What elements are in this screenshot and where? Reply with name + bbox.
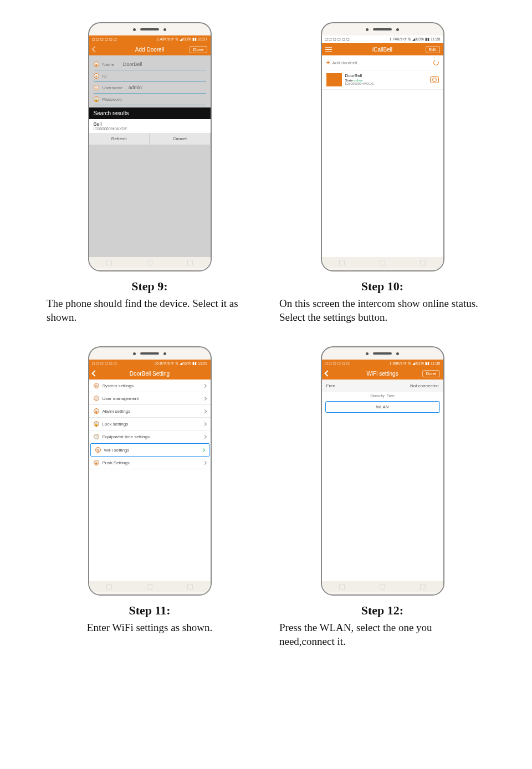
step-11-block: ◻ ◻ ◻ ◻ ◻ ◻ 35.07K/s ⟳ ⇅ ◢ 82% ▮▮ 11:29 … [44,346,255,648]
refresh-button[interactable]: Refresh [89,133,150,145]
status-right: 2.40K/s ⟳ ⇅ ◢ 83% ▮▮ 11:27 [157,37,208,42]
cancel-button[interactable]: Cancel [150,133,211,145]
username-value: admin [128,85,142,90]
device-row[interactable]: DoorBell State:online ICB000009HWXDE [322,70,443,90]
device-name: DoorBell [345,74,374,79]
alarm-settings-row[interactable]: ◉Alarm settings [89,405,211,418]
title-bar: WiFi settings Done [322,367,443,380]
refresh-icon[interactable] [432,59,439,66]
device-list-body: + Add doorbell DoorBell State:online I [322,55,443,257]
security-row: Security: Free [322,392,443,399]
settings-icon[interactable] [430,76,439,83]
system-settings-row[interactable]: ⚙System settings [89,380,211,392]
phone-frame: ◻ ◻ ◻ ◻ ◻ ◻ 35.07K/s ⟳ ⇅ ◢ 82% ▮▮ 11:29 … [88,346,212,596]
result-name: Bell [94,121,206,127]
hamburger-icon[interactable] [325,47,332,52]
user-management-row[interactable]: ☺User management [89,392,211,405]
status-left: ◻ ◻ ◻ ◻ ◻ ◻ [92,361,117,366]
search-action-row: Refresh Cancel [89,133,211,145]
phone-frame: ◻ ◻ ◻ ◻ ◻ ◻ 2.40K/s ⟳ ⇅ ◢ 83% ▮▮ 11:27 A… [88,22,212,271]
back-icon[interactable] [91,46,98,52]
caption: Step 10: On this screen the intercom sho… [277,279,488,324]
speaker-row [322,23,443,35]
equipment-time-row[interactable]: 🕒Equipment time settings [89,430,211,443]
step-10-block: ◻ ◻ ◻ ◻ ◻ ◻ 1.74K/s ⟳ ⇅ ◢ 83% ▮▮ 11:28 i… [277,22,488,324]
screen: ◻ ◻ ◻ ◻ ◻ ◻ 2.40K/s ⟳ ⇅ ◢ 83% ▮▮ 11:27 A… [89,35,211,257]
status-right: 1.74K/s ⟳ ⇅ ◢ 83% ▮▮ 11:28 [390,37,441,42]
setting-label: Equipment time settings [103,434,150,439]
password-input-row[interactable]: 🔒 Password [94,94,206,105]
status-bar: ◻ ◻ ◻ ◻ ◻ ◻ 35.07K/s ⟳ ⇅ ◢ 82% ▮▮ 11:29 [89,360,211,367]
status-bar: ◻ ◻ ◻ ◻ ◻ ◻ 2.40K/s ⟳ ⇅ ◢ 83% ▮▮ 11:27 [89,35,211,43]
done-button[interactable]: Done [422,370,439,377]
name-input-row[interactable]: ◉ Name DoorBell [94,59,206,70]
title-bar: DoorBell Setting [89,367,211,380]
settings-list: ⚙System settings ☺User management ◉Alarm… [89,380,211,581]
device-thumbnail [326,73,342,86]
screen: ◻ ◻ ◻ ◻ ◻ ◻ 1.68K/s ⟳ ⇅ ◢ 81% ▮▮ 11:30 W… [322,360,443,581]
caption: Step 12: Press the WLAN, select the one … [277,603,488,648]
android-nav-bar [322,581,443,592]
search-result-item[interactable]: Bell ICB000009HWXDE [89,119,211,133]
chevron-right-icon [202,422,206,426]
step-description: Enter WiFi settings as shown. [44,621,255,635]
screen-title: iCallBell [322,47,443,53]
id-icon: ★ [94,73,99,79]
speaker-row [89,23,211,35]
done-button[interactable]: Done [190,46,207,53]
wlan-button[interactable]: WLAN [325,401,440,413]
wifi-settings-row[interactable]: ⇅WiFi settings [90,443,209,457]
back-icon[interactable] [324,371,330,377]
password-label: Password [103,97,122,102]
name-value: DoorBell [123,61,142,67]
step-description: Press the WLAN, select the one you need,… [277,621,488,648]
username-label: Username [103,85,123,90]
status-right: 1.68K/s ⟳ ⇅ ◢ 81% ▮▮ 11:30 [390,361,441,366]
step-12-block: ◻ ◻ ◻ ◻ ◻ ◻ 1.68K/s ⟳ ⇅ ◢ 81% ▮▮ 11:30 W… [277,346,488,648]
user-icon: ☺ [94,396,99,401]
title-bar: iCallBell Edit [322,43,443,55]
caption: Step 11: Enter WiFi settings as shown. [44,603,255,635]
username-input-row[interactable]: ☺ Username admin [94,82,206,94]
bell-icon: ◉ [94,460,99,465]
status-left: ◻ ◻ ◻ ◻ ◻ ◻ [325,37,350,42]
network-status: Not connected [410,383,439,388]
push-settings-row[interactable]: ◉Push Settings [89,457,211,469]
lock-icon: 🔒 [94,421,99,427]
id-input-row[interactable]: ★ ID [94,70,206,82]
user-icon: ☺ [94,85,99,90]
back-icon[interactable] [91,371,98,377]
screen: ◻ ◻ ◻ ◻ ◻ ◻ 35.07K/s ⟳ ⇅ ◢ 82% ▮▮ 11:29 … [89,360,211,581]
clock-icon: 🕒 [94,434,99,439]
state-value: online [354,79,362,82]
search-results-header: Search results [89,107,211,119]
edit-button[interactable]: Edit [426,46,440,53]
network-name: Free [326,383,335,388]
lock-icon: 🔒 [94,96,99,102]
add-doorbell-row[interactable]: + Add doorbell [322,55,443,70]
state-label: State: [345,79,354,82]
step-title: Step 9: [44,279,255,294]
lock-settings-row[interactable]: 🔒Lock settings [89,418,211,430]
step-title: Step 10: [277,279,488,294]
chevron-right-icon [202,461,206,465]
id-label: ID [103,74,107,79]
step-9-block: ◻ ◻ ◻ ◻ ◻ ◻ 2.40K/s ⟳ ⇅ ◢ 83% ▮▮ 11:27 A… [44,22,255,324]
title-bar: Add Doorell Done [89,43,211,55]
step-title: Step 12: [277,603,488,618]
setting-label: User management [103,396,139,401]
status-bar: ◻ ◻ ◻ ◻ ◻ ◻ 1.74K/s ⟳ ⇅ ◢ 83% ▮▮ 11:28 [322,35,443,43]
result-id: ICB000009HWXDE [94,127,206,131]
android-nav-bar [89,257,211,268]
android-nav-bar [322,257,443,268]
caption: Step 9: The phone should find the device… [44,279,255,324]
device-id: ICB000009HWXDE [345,82,374,86]
wifi-body: Free Not connected Security: Free WLAN [322,380,443,581]
current-network-row[interactable]: Free Not connected [322,380,443,392]
step-description: On this screen the intercom show online … [277,297,488,324]
add-doorbell-form: ◉ Name DoorBell ★ ID ☺ Username admin [89,55,211,145]
phone-frame: ◻ ◻ ◻ ◻ ◻ ◻ 1.68K/s ⟳ ⇅ ◢ 81% ▮▮ 11:30 W… [321,346,444,596]
setting-label: System settings [103,383,134,388]
chevron-right-icon [202,435,206,439]
setting-label: Alarm settings [103,409,131,414]
